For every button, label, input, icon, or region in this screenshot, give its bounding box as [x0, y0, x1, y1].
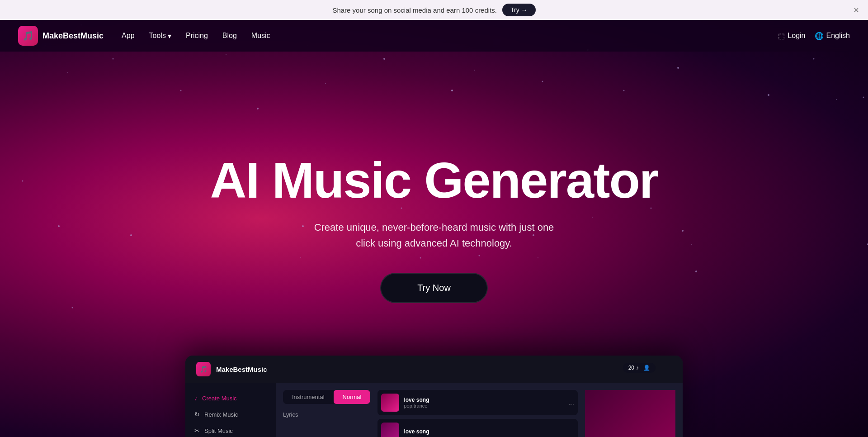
song-title-1: love song — [404, 397, 563, 403]
nav-pricing[interactable]: Pricing — [186, 32, 208, 40]
song-thumbnail-2 — [381, 423, 399, 437]
song-info-1: love song pop,trance — [404, 397, 563, 408]
svg-point-22 — [768, 94, 769, 96]
app-body: ♪ Create Music ↻ Remix Music ✂ Split Mus… — [185, 383, 683, 437]
mode-toggle: Instrumental Normal Lyrics — [283, 390, 370, 434]
svg-point-13 — [451, 90, 453, 91]
right-thumbnail — [585, 390, 675, 437]
announcement-bar: Share your song on social media and earn… — [0, 0, 868, 20]
chevron-down-icon: ▾ — [168, 32, 171, 40]
instrumental-toggle[interactable]: Instrumental — [283, 390, 334, 404]
svg-point-11 — [383, 58, 385, 60]
credits-count: 20 — [628, 365, 634, 371]
song-list: love song pop,trance ... love song — [377, 390, 578, 434]
song-tags-1: pop,trance — [404, 403, 563, 408]
hero-subtitle-line1: Create unique, never-before-heard music … — [314, 222, 554, 233]
announcement-cta[interactable]: Try → — [502, 4, 536, 16]
sidebar-create-label: Create Music — [202, 395, 237, 402]
login-button[interactable]: ⬚ Login — [778, 32, 805, 40]
hero-section: AI Music Generator Create unique, never-… — [0, 0, 868, 437]
nav-links: App Tools ▾ Pricing Blog Music — [122, 32, 270, 40]
sidebar-item-create-music[interactable]: ♪ Create Music — [185, 390, 276, 406]
svg-point-3 — [67, 72, 68, 73]
svg-point-10 — [325, 83, 326, 84]
hero-title: AI Music Generator — [210, 154, 658, 207]
credits-badge: 20 ♪ 👤 — [623, 363, 656, 373]
close-announcement-button[interactable]: × — [854, 5, 859, 15]
app-right-preview — [585, 390, 675, 434]
svg-point-18 — [623, 90, 625, 91]
toggle-row: Instrumental Normal — [283, 390, 370, 404]
language-button[interactable]: 🌐 English — [815, 32, 850, 40]
app-main: Instrumental Normal Lyrics love song pop… — [276, 383, 683, 437]
split-icon: ✂ — [194, 427, 200, 434]
svg-point-16 — [542, 81, 543, 82]
app-logo-text: MakeBestMusic — [216, 366, 267, 373]
hero-content: AI Music Generator Create unique, never-… — [210, 154, 658, 304]
svg-point-28 — [682, 230, 684, 232]
create-music-icon: ♪ — [194, 394, 198, 402]
app-logo-icon: 🎵 — [196, 362, 211, 376]
sidebar-remix-label: Remix Music — [204, 411, 238, 418]
svg-point-30 — [22, 180, 24, 182]
hero-subtitle: Create unique, never-before-heard music … — [210, 219, 658, 251]
svg-point-29 — [691, 244, 692, 245]
avatar-icon: 👤 — [643, 365, 650, 371]
svg-point-6 — [180, 90, 182, 91]
hero-subtitle-line2: click using advanced AI technology. — [356, 238, 512, 249]
svg-point-26 — [863, 97, 864, 98]
login-label: Login — [788, 32, 805, 40]
lyrics-label: Lyrics — [283, 411, 298, 418]
song-thumbnail-1 — [381, 394, 399, 412]
language-label: English — [826, 32, 850, 40]
song-title-2: love song — [404, 428, 574, 435]
hero-cta-button[interactable]: Try Now — [380, 273, 488, 303]
sidebar-item-split-music[interactable]: ✂ Split Music — [185, 423, 276, 437]
sidebar-item-remix-music[interactable]: ↻ Remix Music — [185, 406, 276, 423]
login-icon: ⬚ — [778, 32, 785, 40]
navbar: 🎵 MakeBestMusic App Tools ▾ Pricing Blog… — [0, 20, 868, 52]
nav-app[interactable]: App — [122, 32, 134, 40]
remix-icon: ↻ — [194, 411, 200, 418]
svg-point-7 — [226, 54, 226, 55]
song-item-2: love song — [377, 419, 578, 437]
svg-point-23 — [813, 58, 815, 60]
nav-tools[interactable]: Tools ▾ — [149, 32, 171, 40]
nav-blog[interactable]: Blog — [222, 32, 237, 40]
song-item-1: love song pop,trance ... — [377, 390, 578, 415]
sidebar-split-label: Split Music — [204, 428, 233, 434]
logo[interactable]: 🎵 MakeBestMusic — [18, 26, 104, 46]
song-more-icon-1[interactable]: ... — [568, 399, 574, 407]
svg-point-31 — [58, 225, 60, 227]
globe-icon: 🌐 — [815, 32, 824, 40]
svg-point-8 — [257, 108, 259, 109]
svg-point-33 — [130, 234, 132, 236]
song-info-2: love song — [404, 428, 574, 435]
svg-point-14 — [474, 70, 475, 71]
app-preview: 🎵 MakeBestMusic 20 ♪ 👤 ♪ Create Music ↻ … — [185, 356, 683, 437]
app-preview-header: 🎵 MakeBestMusic 20 ♪ 👤 — [185, 356, 683, 383]
logo-icon: 🎵 — [18, 26, 38, 46]
svg-point-41 — [695, 271, 697, 272]
logo-text: MakeBestMusic — [42, 31, 104, 41]
svg-point-4 — [113, 58, 114, 60]
svg-point-24 — [836, 99, 837, 100]
svg-point-32 — [72, 307, 73, 309]
normal-toggle[interactable]: Normal — [334, 390, 371, 404]
music-note-icon: ♪ — [636, 365, 639, 371]
app-sidebar: ♪ Create Music ↻ Remix Music ✂ Split Mus… — [185, 383, 276, 437]
announcement-text: Share your song on social media and earn… — [332, 6, 497, 14]
nav-left: 🎵 MakeBestMusic App Tools ▾ Pricing Blog… — [18, 26, 270, 46]
svg-point-20 — [677, 67, 679, 69]
nav-right: ⬚ Login 🌐 English — [778, 32, 850, 40]
nav-music[interactable]: Music — [251, 32, 270, 40]
